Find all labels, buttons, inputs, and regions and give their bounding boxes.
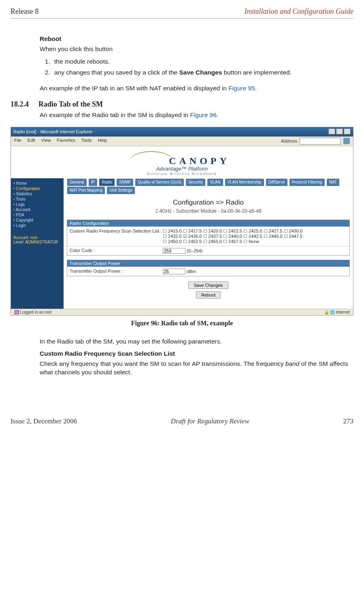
tab-unit-settings[interactable]: Unit Settings bbox=[107, 187, 135, 194]
menu-favorites[interactable]: Favorites bbox=[57, 138, 75, 143]
tx-power-header: Transmitter Output Power bbox=[67, 260, 349, 267]
sidebar-item-logs[interactable]: Logs bbox=[13, 202, 61, 207]
sidebar-item-account[interactable]: Account bbox=[13, 207, 61, 212]
minimize-icon[interactable] bbox=[328, 128, 335, 135]
embedded-screenshot: Radio [root] - Microsoft Internet Explor… bbox=[11, 127, 353, 316]
tx-power-input[interactable] bbox=[163, 269, 185, 274]
tab-ip[interactable]: IP bbox=[89, 179, 97, 186]
footer-mid: Draft for Regulatory Review bbox=[171, 417, 249, 425]
tab-vlan-membership[interactable]: VLAN Membership bbox=[225, 179, 264, 186]
config-page-title: Configuration => Radio bbox=[67, 199, 350, 207]
logo-arc-icon bbox=[129, 151, 174, 162]
section-title: Radio Tab of the SM bbox=[38, 100, 103, 109]
nav-sidebar: Home Configuration Statistics Tools Logs… bbox=[11, 178, 64, 309]
brand-sub2: Motorola Wireless Broadband bbox=[11, 172, 353, 176]
sidebar-item-pda[interactable]: PDA bbox=[13, 212, 61, 218]
radio-tab-pre: An example of the Radio tab in the SM is… bbox=[40, 111, 190, 118]
address-label: Address bbox=[281, 139, 297, 143]
footer-left: Issue 2, December 2006 bbox=[11, 417, 77, 425]
custom-freq-body: Check any frequency that you want the SM… bbox=[40, 360, 353, 377]
footer-page-number: 273 bbox=[343, 417, 354, 425]
radio-configuration-panel: Radio Configuration Custom Radio Frequen… bbox=[67, 220, 350, 256]
sidebar-item-configuration[interactable]: Configuration bbox=[13, 186, 61, 191]
reboot-steps: the module reboots. any changes that you… bbox=[52, 58, 353, 77]
window-controls[interactable] bbox=[328, 128, 351, 135]
custom-freq-em: band bbox=[285, 360, 299, 367]
tab-radio[interactable]: Radio bbox=[99, 179, 115, 186]
header-left: Release 8 bbox=[11, 7, 38, 16]
custom-freq-label: Custom Radio Frequency Scan Selection Li… bbox=[70, 228, 163, 244]
custom-freq-heading: Custom Radio Frequency Scan Selection Li… bbox=[40, 350, 353, 358]
menu-bar: File Edit View Favorites Tools Help bbox=[14, 138, 112, 145]
menu-help[interactable]: Help bbox=[98, 138, 107, 143]
address-input[interactable] bbox=[300, 138, 341, 145]
canopy-logo: CANOPY bbox=[11, 151, 353, 167]
reboot-intro: When you click this button bbox=[40, 45, 353, 53]
sidebar-item-tools[interactable]: Tools bbox=[13, 196, 61, 202]
brand-sub1: Advantage™ Platform bbox=[11, 166, 353, 172]
color-code-hint: (0--254) bbox=[187, 248, 202, 253]
status-right-text: Internet bbox=[336, 310, 350, 314]
tx-power-unit: dBm bbox=[187, 269, 196, 274]
reboot-heading: Reboot bbox=[40, 35, 353, 43]
radio-configuration-header: Radio Configuration bbox=[67, 220, 349, 226]
menu-tools[interactable]: Tools bbox=[81, 138, 92, 143]
brand-text: CANOPY bbox=[169, 156, 230, 166]
header-right: Installation and Configuration Guide bbox=[244, 7, 353, 16]
sidebar-item-statistics[interactable]: Statistics bbox=[13, 191, 61, 196]
level-label: Level: ADMINISTRATOR bbox=[13, 240, 61, 244]
freq-row-2[interactable]: ☐ 2432.5 ☑ 2435.0 ☐ 2437.5 ☐ 2440.0 ☐ 24… bbox=[163, 234, 302, 239]
tab-nat-port-mapping[interactable]: NAT Port Mapping bbox=[67, 187, 105, 194]
running-header: Release 8 Installation and Configuration… bbox=[11, 7, 353, 19]
figure-caption: Figure 96: Radio tab of SM, example bbox=[11, 320, 353, 327]
ip-tab-sentence: An example of the IP tab in an SM with N… bbox=[40, 84, 353, 93]
tab-nat[interactable]: NAT bbox=[327, 179, 339, 186]
custom-freq-pre: Check any frequency that you want the SM… bbox=[40, 360, 285, 367]
config-page-subtitle: 2.4GHz - Subscriber Module - 0a-00-3e-20… bbox=[67, 208, 350, 214]
reboot-step-2: any changes that you saved by a click of… bbox=[52, 68, 353, 77]
sidebar-item-home[interactable]: Home bbox=[13, 181, 61, 186]
sidebar-item-login[interactable]: Login bbox=[13, 223, 61, 228]
tx-power-panel: Transmitter Output Power Transmitter Out… bbox=[67, 260, 350, 276]
reboot-button[interactable]: Reboot bbox=[196, 291, 221, 299]
tab-qos[interactable]: Quality of Service (QoS) bbox=[135, 179, 184, 186]
config-tabs: General IP Radio SNMP Quality of Service… bbox=[67, 178, 350, 194]
freq-row-1[interactable]: ☐ 2415.0 ☐ 2417.5 ☐ 2420.0 ☐ 2422.5 ☐ 24… bbox=[163, 228, 302, 234]
menu-edit[interactable]: Edit bbox=[28, 138, 35, 143]
menu-view[interactable]: View bbox=[41, 138, 51, 143]
section-heading: 18.2.4 Radio Tab of the SM bbox=[11, 100, 353, 109]
ip-tab-pre: An example of the IP tab in an SM with N… bbox=[40, 85, 228, 92]
figure-95-link[interactable]: Figure 95 bbox=[228, 85, 255, 92]
account-label: Account: root bbox=[13, 235, 61, 240]
running-footer: Issue 2, December 2006 Draft for Regulat… bbox=[11, 381, 353, 425]
figure-96-link[interactable]: Figure 96 bbox=[190, 111, 216, 118]
custom-freq-checkboxes[interactable]: ☐ 2415.0 ☐ 2417.5 ☐ 2420.0 ☐ 2422.5 ☐ 24… bbox=[163, 228, 347, 244]
ie-logo-icon bbox=[343, 138, 350, 144]
radio-tab-sentence: An example of the Radio tab in the SM is… bbox=[40, 111, 353, 120]
maximize-icon[interactable] bbox=[336, 128, 343, 135]
reboot-step-1: the module reboots. bbox=[52, 58, 353, 66]
status-right: 🔒 🌐 Internet bbox=[324, 310, 350, 314]
tx-power-label: Transmitter Output Power : bbox=[70, 269, 163, 274]
color-code-label: Color Code : bbox=[70, 248, 163, 254]
tab-diffserve[interactable]: DiffServe bbox=[266, 179, 287, 186]
tab-general[interactable]: General bbox=[67, 179, 87, 186]
section-number: 18.2.4 bbox=[11, 100, 29, 109]
close-icon[interactable] bbox=[344, 128, 351, 135]
status-left-text: Logged in as root bbox=[20, 310, 51, 314]
tab-vlan[interactable]: VLAN bbox=[207, 179, 223, 186]
radio-intro-paragraph: In the Radio tab of the SM, you may set … bbox=[40, 337, 353, 346]
tab-security[interactable]: Security bbox=[186, 179, 205, 186]
tab-protocol-filtering[interactable]: Protocol Filtering bbox=[289, 179, 325, 186]
tab-snmp[interactable]: SNMP bbox=[117, 179, 133, 186]
save-changes-button[interactable]: Save Changes bbox=[188, 282, 228, 289]
save-changes-strong: Save Changes bbox=[179, 69, 222, 76]
window-title: Radio [root] - Microsoft Internet Explor… bbox=[13, 129, 93, 134]
status-left: 🔯 Logged in as root bbox=[14, 310, 51, 314]
menu-file[interactable]: File bbox=[14, 138, 21, 143]
sidebar-item-copyright[interactable]: Copyright bbox=[13, 218, 61, 223]
color-code-input[interactable] bbox=[163, 248, 185, 254]
lock-icon: 🔒 bbox=[324, 310, 329, 314]
freq-row-3[interactable]: ☐ 2450.0 ☐ 2452.5 ☐ 2455.0 ☐ 2457.5 ☐ No… bbox=[163, 239, 259, 244]
